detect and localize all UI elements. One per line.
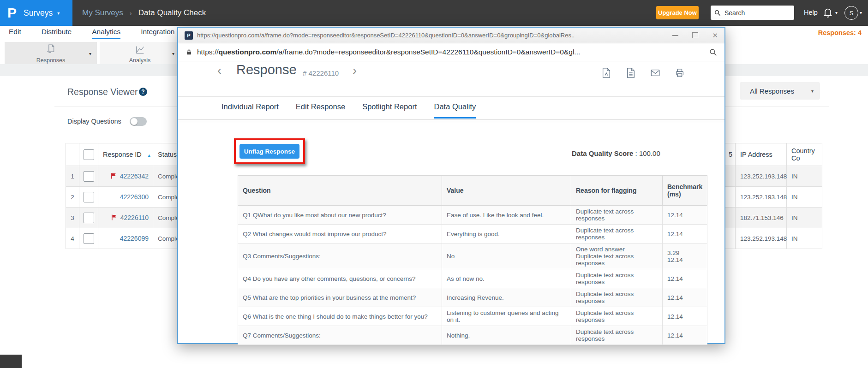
country-code-cell: IN [787,166,822,187]
chevron-down-icon[interactable]: ▾ [172,51,174,56]
select-all-header [79,143,98,166]
dq-row: Q5 What are the top priorities in your b… [238,288,707,307]
screen: P Surveys ▾ My Surveys › Data Quality Ch… [0,0,868,368]
help-icon[interactable]: ? [139,88,147,96]
pdf-export-icon[interactable] [601,67,611,78]
chat-widget-corner[interactable] [0,355,22,368]
dq-reason-line: Duplicate text across responses [576,253,658,267]
dq-row: Q1 QWhat do you like most about our new … [238,206,707,225]
excel-export-icon[interactable] [626,67,636,78]
modal-tab-individual-report[interactable]: Individual Report [221,102,279,119]
toolbar-analysis-label: Analysis [129,57,151,64]
dq-value-cell: As of now no. [442,269,571,288]
display-questions-toggle[interactable] [130,117,147,126]
zoom-icon[interactable] [709,48,717,56]
upgrade-now-button[interactable]: Upgrade Now [656,6,699,19]
toolbar-responses[interactable]: Responses ▾ [5,42,97,64]
ip-address-cell: 123.252.193.148 [736,166,787,187]
modal-tab-spotlight-report[interactable]: Spotlight Report [362,102,417,119]
email-icon[interactable] [650,67,660,78]
flag-icon [110,172,117,179]
modal-tab-edit-response[interactable]: Edit Response [296,102,345,119]
breadcrumb: My Surveys › Data Quality Check [82,0,206,26]
dq-benchmark-line: 12.14 [667,275,702,282]
dq-row: Q6 What is the one thing I should do to … [238,307,707,326]
dq-reason-cell: Duplicate text across responses [571,206,663,225]
maximize-icon[interactable] [692,32,698,38]
nav-tab-edit[interactable]: Edit [9,28,21,39]
dq-benchmark-cell: 12.14 [663,206,707,225]
divider [178,96,724,97]
ip-address-header[interactable]: IP Address [736,143,787,166]
nav-tab-distribute[interactable]: Distribute [42,28,72,39]
next-response-button[interactable]: › [353,65,357,77]
avatar[interactable]: S [844,6,858,20]
nav-tab-analytics[interactable]: Analytics [92,28,120,39]
dq-reason-cell: Duplicate text across responses [571,269,663,288]
dq-reason-line: Duplicate text across responses [576,328,658,342]
global-search[interactable] [711,6,794,20]
dq-benchmark-cell: 12.14 [663,326,707,345]
minimize-icon[interactable] [672,35,678,36]
responses-table-header-right: 5 IP Address Country Co [723,143,822,166]
country-code-header[interactable]: Country Co [787,143,822,166]
product-switcher[interactable]: P Surveys ▾ [0,0,72,26]
close-icon[interactable]: ✕ [712,32,718,39]
row-checkbox-cell [79,166,98,187]
toolbar-analysis[interactable]: Analysis ▾ [100,42,180,64]
breadcrumb-current: Data Quality Check [138,8,206,18]
unflag-response-button[interactable]: Unflag Response [239,144,299,159]
document-hand-icon [44,43,58,57]
dq-benchmark-line: 12.14 [667,212,702,219]
ip-address-cell: 123.252.193.148 [736,228,787,249]
response-row-right: 123.252.193.148IN [723,166,822,187]
sort-asc-icon: ▲ [147,153,151,158]
response-id-cell: 42226342 [98,166,153,187]
account-chevron-icon[interactable]: ▾ [860,10,862,15]
dq-question-cell: Q1 QWhat do you like most about our new … [238,206,442,225]
response-id-link[interactable]: 42226099 [120,235,149,242]
dq-benchmark-line: 12.14 [667,256,702,263]
toggle-knob [131,118,138,125]
responses-count: Responses: 4 [818,29,862,36]
select-all-checkbox[interactable] [84,149,94,160]
bell-chevron-icon[interactable]: ▾ [835,10,838,15]
row-checkbox[interactable] [84,192,94,202]
dq-value-cell: Nothing. [442,326,571,345]
toolbar-responses-label: Responses [36,57,66,64]
response-id-header[interactable]: Response ID▲ [98,143,153,166]
country-code-cell: IN [787,228,822,249]
modal-addressbar[interactable]: https://questionpro.com/a/frame.do?mode=… [178,43,724,61]
row-checkbox[interactable] [84,213,94,223]
chevron-down-icon[interactable]: ▾ [89,51,91,56]
row-checkbox[interactable] [84,171,94,182]
help-link[interactable]: Help [804,9,818,16]
nav-tab-integration[interactable]: Integration [141,28,174,39]
row-number-header [66,143,79,166]
response-row-right: 182.71.153.146IN [723,208,822,228]
ip-address-cell: 182.71.153.146 [736,208,787,228]
print-icon[interactable] [675,67,685,78]
dq-table-header: Question Value Reason for flagging Bench… [238,176,707,206]
modal-titlebar[interactable]: P https://questionpro.com/a/frame.do?mod… [178,28,724,43]
response-id-link[interactable]: 42226342 [120,172,149,180]
search-input[interactable] [724,9,785,17]
dq-value-cell: Listening to customer queries and acting… [442,307,571,326]
row-checkbox[interactable] [84,233,94,244]
notifications-bell-icon[interactable] [822,7,833,18]
breadcrumb-my-surveys[interactable]: My Surveys [82,8,123,18]
score-label: Data Quality Score [572,149,633,157]
response-id-link[interactable]: 42226110 [120,214,149,221]
response-id-link[interactable]: 42226300 [120,193,149,201]
breadcrumb-separator-icon: › [130,9,132,17]
dq-question-cell: Q6 What is the one thing I should do to … [238,307,442,326]
response-id-cell: 42226300 [98,187,153,208]
benchmark-header: Benchmark (ms) [663,176,707,206]
responses-filter-dropdown[interactable]: All Responses ▾ [740,82,820,100]
data-quality-table: Question Value Reason for flagging Bench… [238,175,707,345]
lock-icon [186,48,192,56]
previous-response-button[interactable]: ‹ [217,65,221,77]
modal-tab-data-quality[interactable]: Data Quality [434,102,476,119]
dq-question-cell: Q7 Comments/Suggestions: [238,326,442,345]
dq-benchmark-line: 3.29 [667,249,702,256]
